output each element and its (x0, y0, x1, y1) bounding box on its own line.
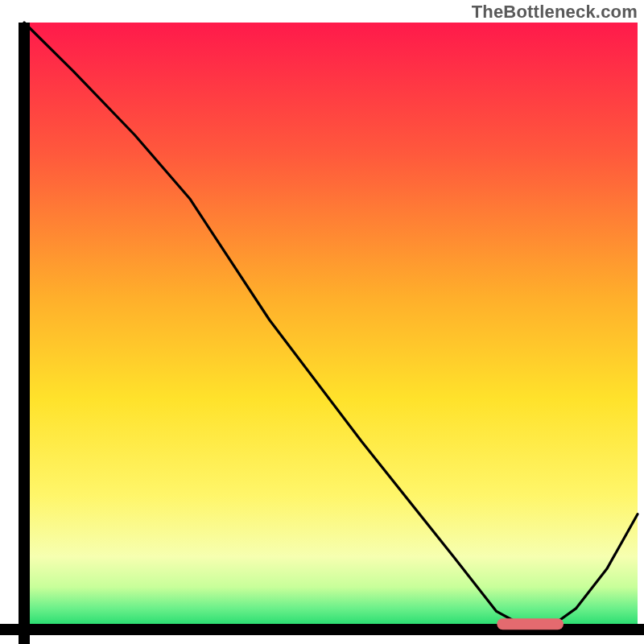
chart-svg (0, 0, 644, 644)
watermark-text: TheBottleneck.com (472, 2, 638, 23)
chart-container: TheBottleneck.com (0, 0, 644, 644)
gradient-background (24, 23, 638, 630)
plot-area (0, 0, 644, 644)
